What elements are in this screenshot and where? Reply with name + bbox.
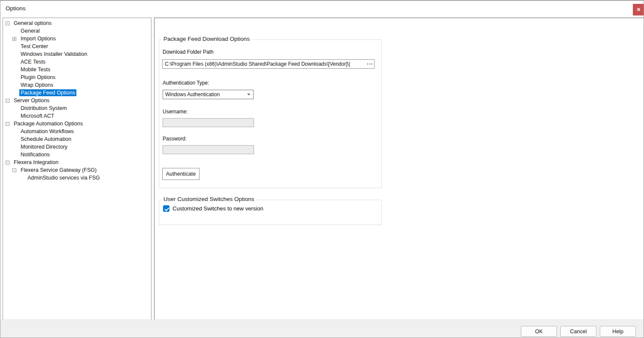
download-folder-path-wrap: ···: [162, 59, 375, 69]
help-button[interactable]: Help: [600, 326, 636, 337]
close-icon: ×: [637, 6, 641, 12]
password-label: Password:: [163, 136, 187, 142]
tree-item-label: Notifications: [19, 151, 51, 158]
expand-collapse-icon[interactable]: -: [6, 122, 9, 126]
expand-collapse-icon[interactable]: -: [6, 161, 9, 164]
tree-item[interactable]: - Flexera Integration: [3, 158, 151, 166]
options-dialog: Options × - General options General + Im…: [0, 0, 644, 338]
tree-item-label: General options: [12, 20, 53, 27]
tree-item-label: Automation Workflows: [19, 128, 75, 135]
chevron-down-icon: [245, 94, 253, 95]
ok-button[interactable]: OK: [521, 326, 557, 337]
download-folder-path-input[interactable]: [163, 60, 367, 68]
customized-switches-label: Customized Switches to new version: [172, 205, 263, 212]
user-customized-switches-options-group: User Customized Switches Options Customi…: [159, 200, 382, 225]
tree-item-label: Distribution System: [19, 105, 68, 112]
expand-collapse-icon[interactable]: -: [6, 21, 9, 25]
tree-item-label: Wrap Options: [19, 82, 54, 88]
authentication-type-value: Windows Authentication: [163, 91, 245, 97]
tree-item-label: Mobile Tests: [19, 66, 51, 73]
tree-item-label: Server Options: [12, 97, 51, 104]
browse-ellipsis-button[interactable]: ···: [367, 60, 374, 68]
group-title: User Customized Switches Options: [162, 196, 256, 202]
tree-item-label: General: [19, 27, 41, 34]
tree-item[interactable]: Wrap Options: [3, 81, 151, 89]
tree-item-label: Test Center: [19, 43, 49, 50]
title-bar: Options ×: [0, 1, 644, 17]
tree-item-label: Monitored Directory: [19, 143, 69, 150]
tree-item[interactable]: General: [3, 27, 151, 35]
username-field[interactable]: [163, 118, 254, 127]
tree-item-label: Package Feed Options: [19, 89, 76, 96]
expand-collapse-icon[interactable]: +: [12, 37, 16, 41]
tree-item[interactable]: Mobile Tests: [3, 66, 151, 73]
tree-item[interactable]: Microsoft ACT: [3, 112, 151, 120]
tree-item[interactable]: + Import Options: [3, 35, 151, 43]
tree-item[interactable]: Package Feed Options: [3, 89, 151, 97]
tree-item-label: Plugin Options: [19, 74, 57, 81]
dialog-title: Options: [6, 1, 26, 17]
username-label: Username:: [163, 109, 188, 115]
dialog-footer: OK Cancel Help: [0, 320, 644, 338]
authenticate-button[interactable]: Authenticate: [162, 168, 200, 180]
tree-item-label: AdminStudio services via FSG: [26, 174, 101, 181]
tree-item[interactable]: AdminStudio services via FSG: [3, 174, 151, 182]
tree-item-label: Import Options: [19, 35, 57, 42]
tree-item[interactable]: Monitored Directory: [3, 143, 151, 151]
tree-item-label: Flexera Service Gateway (FSG): [19, 167, 98, 174]
expand-collapse-icon[interactable]: -: [12, 168, 16, 172]
expand-collapse-icon[interactable]: -: [6, 99, 9, 103]
tree-item[interactable]: - Package Automation Options: [3, 120, 151, 128]
options-tree: - General options General + Import Optio…: [3, 18, 151, 320]
tree-item-label: Schedule Automation: [19, 136, 73, 143]
tree-item[interactable]: Distribution System: [3, 104, 151, 112]
tree-item[interactable]: Notifications: [3, 151, 151, 158]
download-folder-path-label: Download Folder Path: [163, 49, 214, 55]
cancel-button[interactable]: Cancel: [560, 326, 596, 337]
tree-item[interactable]: - Flexera Service Gateway (FSG): [3, 166, 151, 174]
tree-item-label: Flexera Integration: [12, 159, 60, 166]
package-feed-download-options-group: Package Feed Download Options Download F…: [159, 40, 382, 188]
tree-item-label: ACE Tests: [19, 58, 47, 65]
tree-item[interactable]: - General options: [3, 19, 151, 27]
tree-item[interactable]: Automation Workflows: [3, 128, 151, 135]
content-panel: Package Feed Download Options Download F…: [154, 18, 644, 320]
customized-switches-row: Customized Switches to new version: [163, 205, 263, 212]
customized-switches-checkbox[interactable]: [163, 205, 169, 212]
tree-item-label: Package Automation Options: [12, 120, 84, 127]
tree-item[interactable]: Windows Installer Validation: [3, 50, 151, 58]
password-field[interactable]: [163, 145, 254, 154]
tree-item-label: Microsoft ACT: [19, 113, 56, 119]
tree-item-label: Windows Installer Validation: [19, 51, 88, 58]
tree-item[interactable]: Schedule Automation: [3, 135, 151, 143]
group-title: Package Feed Download Options: [162, 36, 251, 42]
authentication-type-label: Authentication Type:: [163, 80, 209, 86]
tree-item[interactable]: - Server Options: [3, 97, 151, 104]
tree-item[interactable]: Plugin Options: [3, 73, 151, 81]
authentication-type-dropdown[interactable]: Windows Authentication: [163, 90, 254, 99]
tree-item[interactable]: ACE Tests: [3, 58, 151, 66]
close-button[interactable]: ×: [633, 4, 644, 15]
tree-item[interactable]: Test Center: [3, 43, 151, 50]
